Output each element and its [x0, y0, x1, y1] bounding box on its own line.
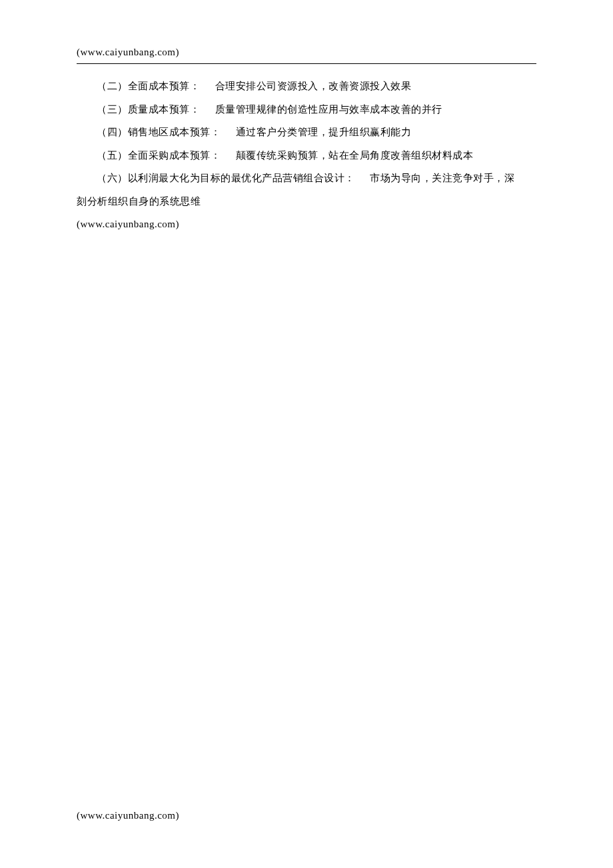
item-label: （六）以利润最大化为目标的最优化产品营销组合设计：	[97, 173, 355, 183]
mid-url-text: (www.caiyunbang.com)	[77, 213, 536, 236]
continuation-line: 刻分析组织自身的系统思维	[77, 190, 536, 213]
list-item: （五）全面采购成本预算：颠覆传统采购预算，站在全局角度改善组织材料成本	[77, 144, 536, 167]
footer-url-text: (www.caiyunbang.com)	[77, 810, 179, 821]
item-label: （二）全面成本预算：	[97, 81, 200, 91]
item-label: （五）全面采购成本预算：	[97, 150, 221, 161]
document-page: (www.caiyunbang.com) （二）全面成本预算：合理安排公司资源投…	[0, 0, 613, 236]
list-item: （三）质量成本预算：质量管理规律的创造性应用与效率成本改善的并行	[77, 98, 536, 121]
item-label: （四）销售地区成本预算：	[97, 127, 221, 137]
item-desc: 通过客户分类管理，提升组织赢利能力	[236, 127, 412, 137]
header-url-text: (www.caiyunbang.com)	[77, 47, 536, 58]
item-label: （三）质量成本预算：	[97, 104, 200, 115]
item-desc: 质量管理规律的创造性应用与效率成本改善的并行	[215, 104, 442, 115]
item-desc: 市场为导向，关注竞争对手，深	[370, 173, 514, 183]
list-item: （六）以利润最大化为目标的最优化产品营销组合设计：市场为导向，关注竞争对手，深	[77, 167, 536, 190]
item-desc: 颠覆传统采购预算，站在全局角度改善组织材料成本	[236, 150, 474, 161]
list-item: （二）全面成本预算：合理安排公司资源投入，改善资源投入效果	[77, 75, 536, 98]
header-divider	[77, 63, 536, 64]
list-item: （四）销售地区成本预算：通过客户分类管理，提升组织赢利能力	[77, 121, 536, 144]
item-desc: 合理安排公司资源投入，改善资源投入效果	[215, 81, 412, 91]
